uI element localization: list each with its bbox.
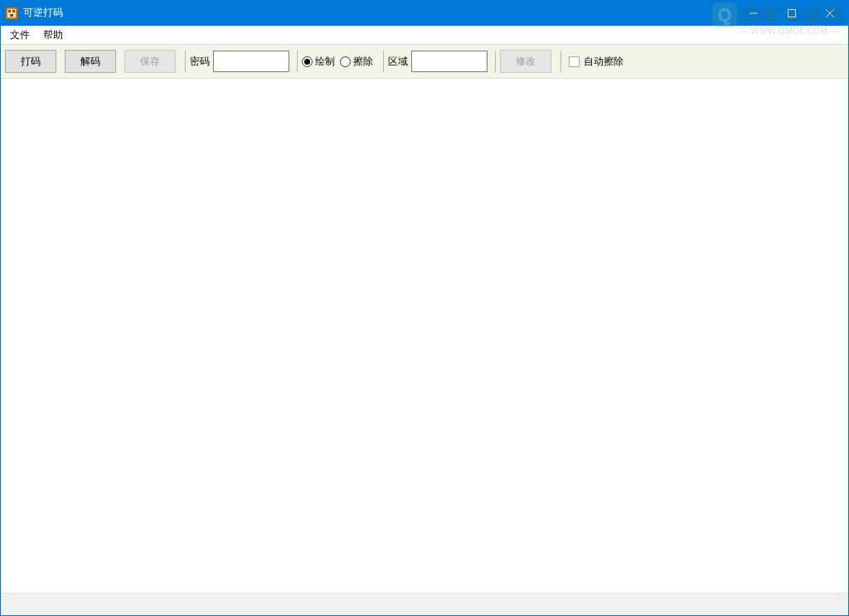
toolbar-separator xyxy=(383,51,384,72)
checkbox-icon xyxy=(569,56,580,67)
close-button[interactable] xyxy=(811,0,849,26)
radio-icon xyxy=(302,56,313,67)
auto-erase-label: 自动擦除 xyxy=(584,55,623,69)
svg-rect-6 xyxy=(788,9,796,17)
decode-button[interactable]: 解码 xyxy=(65,50,116,73)
maximize-button[interactable] xyxy=(773,0,811,26)
region-label: 区域 xyxy=(388,55,408,69)
svg-rect-3 xyxy=(12,10,15,12)
toolbar: 打码 解码 保存 密码 绘制 擦除 区域 修改 自动擦除 xyxy=(0,44,849,79)
radio-draw-label: 绘制 xyxy=(315,55,335,69)
content-area xyxy=(0,79,849,593)
encode-button[interactable]: 打码 xyxy=(5,50,56,73)
minimize-button[interactable] xyxy=(735,0,773,26)
menubar: 文件 帮助 xyxy=(0,26,849,44)
statusbar xyxy=(0,593,849,616)
auto-erase-checkbox[interactable]: 自动擦除 xyxy=(569,55,623,69)
modify-button[interactable]: 修改 xyxy=(500,50,551,73)
password-input[interactable] xyxy=(213,51,289,72)
radio-icon xyxy=(340,56,351,67)
svg-rect-4 xyxy=(10,14,13,17)
titlebar: 可逆打码 xyxy=(0,0,849,26)
menu-file[interactable]: 文件 xyxy=(3,27,36,44)
window-title: 可逆打码 xyxy=(23,6,735,20)
region-input[interactable] xyxy=(411,51,488,72)
toolbar-separator xyxy=(297,51,298,72)
radio-erase[interactable]: 擦除 xyxy=(340,55,373,69)
radio-draw[interactable]: 绘制 xyxy=(302,55,335,69)
password-label: 密码 xyxy=(190,55,210,69)
app-icon xyxy=(5,7,18,20)
menu-help[interactable]: 帮助 xyxy=(36,27,70,44)
radio-erase-label: 擦除 xyxy=(353,55,373,69)
save-button[interactable]: 保存 xyxy=(124,50,176,73)
toolbar-separator xyxy=(495,51,496,72)
svg-rect-2 xyxy=(8,10,11,12)
toolbar-separator xyxy=(185,51,186,72)
toolbar-separator xyxy=(560,51,561,72)
